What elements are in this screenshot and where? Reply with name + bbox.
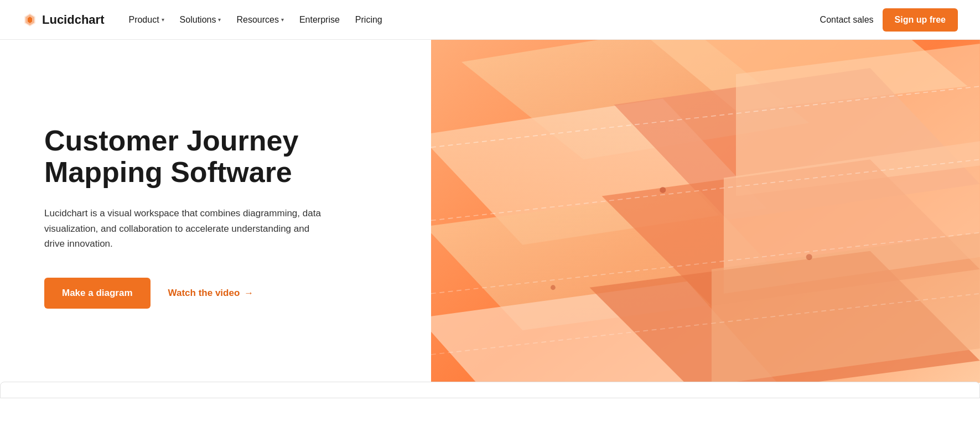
hero-section: Customer Journey Mapping Software Lucidc… [0,40,980,383]
hero-actions: Make a diagram Watch the video → [44,278,398,309]
watch-video-label: Watch the video [168,288,240,299]
hero-title: Customer Journey Mapping Software [44,125,398,188]
watch-video-link[interactable]: Watch the video → [168,288,254,299]
svg-point-16 [660,187,666,193]
svg-point-18 [551,285,556,290]
signup-button[interactable]: Sign up free [883,8,958,32]
hero-description: Lucidchart is a visual workspace that co… [44,206,332,251]
nav-right: Contact sales Sign up free [820,8,958,32]
hero-illustration [431,40,980,383]
logo-icon [22,12,38,28]
bottom-bar [0,382,980,398]
nav-item-resources[interactable]: Resources ▾ [230,11,290,29]
chevron-down-icon: ▾ [162,17,164,23]
logo-link[interactable]: Lucidchart [22,12,104,28]
hero-right [431,40,980,383]
nav-item-pricing[interactable]: Pricing [349,11,389,29]
contact-sales-link[interactable]: Contact sales [820,15,874,25]
chevron-down-icon: ▾ [281,17,284,23]
navbar: Lucidchart Product ▾ Solutions ▾ Resourc… [0,0,980,40]
nav-item-solutions[interactable]: Solutions ▾ [173,11,228,29]
chevron-down-icon: ▾ [218,17,221,23]
hero-left: Customer Journey Mapping Software Lucidc… [0,40,431,383]
nav-item-enterprise[interactable]: Enterprise [293,11,346,29]
svg-point-17 [806,254,812,260]
nav-item-product[interactable]: Product ▾ [122,11,170,29]
hero-svg [431,40,980,383]
nav-links: Product ▾ Solutions ▾ Resources ▾ Enterp… [122,11,820,29]
logo-text: Lucidchart [42,13,104,27]
arrow-icon: → [244,288,253,299]
make-diagram-button[interactable]: Make a diagram [44,278,151,309]
